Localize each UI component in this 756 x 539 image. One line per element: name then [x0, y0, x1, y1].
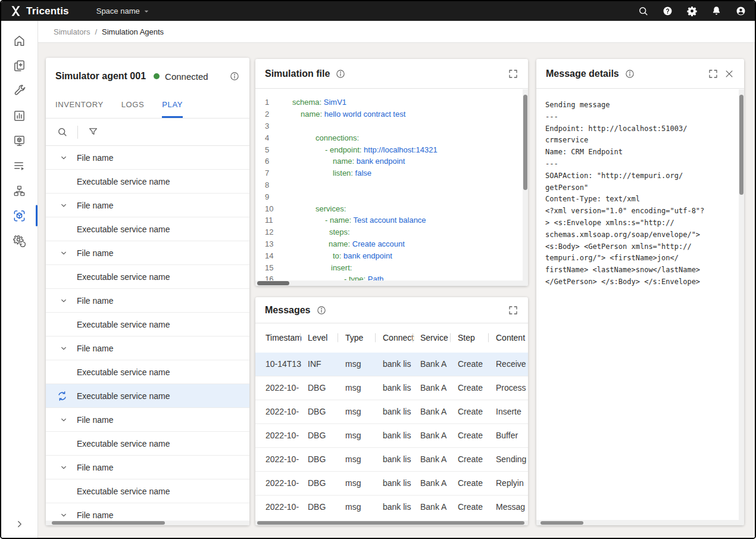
message-row[interactable]: 2022-10-DBGmsgbank lisBank ACreateMessag	[255, 495, 528, 519]
chevron-down-icon[interactable]	[59, 344, 68, 353]
file-row[interactable]: File name	[46, 241, 249, 265]
space-selector[interactable]: Space name	[96, 7, 151, 16]
agent-info-icon[interactable]	[229, 71, 240, 82]
message-details-info-icon[interactable]	[624, 68, 635, 79]
tab-play[interactable]: PLAY	[162, 91, 183, 118]
row-label: File name	[77, 153, 113, 163]
message-row[interactable]: 2022-10-DBGmsgbank lisBank ACreateInsert…	[255, 400, 528, 423]
chevron-down-icon[interactable]	[59, 248, 68, 258]
executable-service-row[interactable]: Executable service name	[46, 170, 249, 194]
message-row[interactable]: 2022-10-DBGmsgbank lisBank ACreateBuffer	[255, 423, 528, 447]
chevron-down-icon[interactable]	[59, 463, 68, 472]
column-header-service[interactable]: Service	[414, 323, 452, 352]
simulation-file-expand-icon[interactable]	[508, 68, 518, 79]
notifications-icon[interactable]	[711, 5, 722, 17]
message-row[interactable]: 2022-10-DBGmsgbank lisBank ACreateProces…	[255, 376, 528, 400]
agent-tabs: INVENTORYLOGSPLAY	[46, 91, 249, 119]
executable-service-row[interactable]: Executable service name	[46, 479, 249, 503]
messages-table: TimestampLevelTypeConnectionServiceStepC…	[255, 323, 528, 519]
sidebar-item-files-add[interactable]	[1, 53, 38, 78]
file-row[interactable]: File name	[46, 194, 249, 217]
message-cell: Bank A	[414, 495, 452, 519]
code-line: 1schema: SimV1	[255, 96, 528, 108]
message-cell: Replyin	[490, 471, 528, 495]
simulation-file-info-icon[interactable]	[335, 68, 346, 79]
details-hscrollbar-thumb[interactable]	[541, 521, 583, 525]
chevron-down-icon[interactable]	[59, 296, 68, 306]
executable-service-row[interactable]: Executable service name	[46, 265, 249, 289]
line-number: 7	[255, 169, 276, 177]
sidebar-item-home[interactable]	[1, 28, 38, 53]
sidebar-item-cube-scan-active[interactable]	[1, 203, 38, 228]
line-number: 12	[255, 228, 276, 236]
details-vscrollbar-track	[739, 89, 744, 525]
search-icon[interactable]	[57, 126, 68, 138]
sidebar-item-task-list[interactable]	[1, 153, 38, 178]
file-row[interactable]: File name	[46, 337, 249, 360]
column-header-connection[interactable]: Connection	[377, 323, 414, 352]
sidebar-item-hierarchy[interactable]	[1, 178, 38, 203]
executable-service-row[interactable]: Executable service name	[46, 432, 249, 456]
sidebar-item-gears[interactable]	[1, 228, 38, 253]
settings-icon[interactable]	[686, 5, 698, 17]
messages-hscrollbar-thumb[interactable]	[257, 521, 524, 525]
message-cell: msg	[339, 376, 377, 400]
messages-expand-icon[interactable]	[508, 305, 518, 316]
row-label: File name	[77, 344, 113, 353]
code-text: insert:	[276, 263, 352, 272]
message-cell: Bank A	[414, 471, 452, 495]
help-icon[interactable]	[662, 5, 673, 17]
breadcrumb-link-simulators[interactable]: Simulators	[54, 27, 90, 36]
message-row[interactable]: 2022-10-DBGmsgbank lisBank ACreateReplyi…	[255, 471, 528, 495]
agent-list-hscrollbar-thumb[interactable]	[52, 521, 165, 525]
file-row[interactable]: File name	[46, 146, 249, 170]
code-text: services:	[276, 204, 346, 213]
message-cell: Process	[490, 376, 528, 400]
column-header-content[interactable]: Content	[490, 323, 528, 352]
message-row-selected[interactable]: 10-14T13INFmsgbank lisBank ACreateReceiv…	[255, 352, 528, 376]
message-row[interactable]: 2022-10-DBGmsgbank lisBank ACreateSendin…	[255, 447, 528, 471]
file-row[interactable]: File name	[46, 289, 249, 313]
filter-icon[interactable]	[88, 126, 99, 138]
content-area: Simulator agent 001 Connected INVENTORYL…	[38, 43, 755, 538]
file-row[interactable]: File name	[46, 408, 249, 432]
column-header-type[interactable]: Type	[339, 323, 377, 352]
account-icon[interactable]	[735, 5, 746, 17]
column-header-timestamp[interactable]: Timestamp	[255, 323, 302, 352]
file-row[interactable]: File name	[46, 456, 249, 479]
executable-service-row[interactable]: Executable service name	[46, 360, 249, 384]
executable-service-row[interactable]: Executable service name	[46, 313, 249, 337]
breadcrumb-current: Simulation Agents	[102, 27, 164, 36]
column-header-level[interactable]: Level	[302, 323, 339, 352]
executable-service-row[interactable]: Executable service name	[46, 384, 249, 408]
message-details-expand-icon[interactable]	[708, 68, 718, 79]
chevron-down-icon[interactable]	[59, 510, 68, 520]
executable-service-row[interactable]: Executable service name	[46, 217, 249, 241]
tab-inventory[interactable]: INVENTORY	[55, 91, 104, 118]
chevron-down-icon[interactable]	[59, 201, 68, 210]
tab-logs[interactable]: LOGS	[121, 91, 145, 118]
chevron-down-icon[interactable]	[59, 415, 68, 425]
sidebar-item-package-monitor[interactable]	[1, 128, 38, 153]
message-cell: Bank A	[414, 352, 452, 376]
sidebar-expand-button[interactable]	[1, 519, 38, 529]
message-cell: Create	[452, 471, 490, 495]
sidebar-item-bar-chart[interactable]	[1, 103, 38, 128]
code-editor: 1schema: SimV12name: hello world contrac…	[255, 89, 528, 285]
code-hscrollbar-thumb[interactable]	[257, 281, 289, 285]
message-details-close-icon[interactable]	[724, 68, 735, 79]
column-header-step[interactable]: Step	[452, 323, 490, 352]
message-cell: Bank A	[414, 400, 452, 423]
message-cell: Create	[452, 423, 490, 447]
code-vscrollbar-thumb[interactable]	[523, 95, 527, 190]
breadcrumb: Simulators / Simulation Agents	[38, 21, 755, 43]
messages-info-icon[interactable]	[316, 305, 327, 316]
file-list: File nameExecutable service nameFile nam…	[46, 146, 249, 525]
sidebar-item-wrench[interactable]	[1, 78, 38, 103]
message-cell: msg	[339, 400, 377, 423]
row-label: Executable service name	[77, 272, 170, 282]
details-vscrollbar-thumb[interactable]	[739, 95, 743, 195]
chevron-down-icon[interactable]	[59, 153, 68, 163]
search-icon[interactable]	[638, 5, 649, 17]
row-label: Executable service name	[77, 439, 170, 448]
